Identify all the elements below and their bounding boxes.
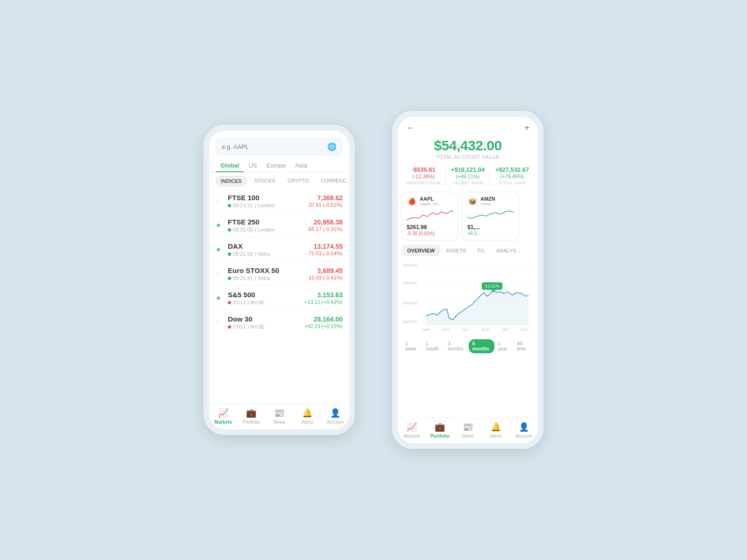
nav-item-markets[interactable]: 📈 Markets <box>400 422 423 439</box>
yearly-gain-pct: (+49.11%) <box>446 174 490 179</box>
search-input[interactable] <box>222 143 327 150</box>
nav-label-portfolio: Portfolio <box>430 434 449 439</box>
index-exchange: | Xetra <box>255 275 270 281</box>
nav-label-news: News <box>462 434 473 439</box>
stock-price: $261.98 <box>407 224 453 231</box>
region-tabs: Global US Europe Asia <box>209 159 349 172</box>
tab-assets[interactable]: ASSETS <box>440 245 472 256</box>
index-exchange: | Xetra <box>255 251 270 257</box>
stock-identity: AAPL Apple, Inc. <box>420 196 440 206</box>
stock-ticker: AAPL <box>420 196 440 202</box>
phones-container: 🌐 Global US Europe Asia INDICES STOCKS C… <box>204 111 543 449</box>
bottom-nav: 📈 Markets 💼 Portfolio 📰 News 🔔 Alerts 👤 <box>209 404 349 429</box>
svg-text:SEP: SEP <box>501 328 509 332</box>
add-button[interactable]: + <box>524 123 529 133</box>
tab-analysis[interactable]: ANALYS... <box>491 245 526 256</box>
monthly-gain: -$535.61 (-12.38%) MONTHLY GAIN <box>402 166 446 185</box>
right-phone-screen: ← + $54,432.00 TOTAL ACCOUNT VALUE -$535… <box>398 117 538 443</box>
table-row[interactable]: ★ S&5 500 27/11 | NYSE 3,153.63 +13.11 (… <box>216 286 343 310</box>
nav-item-alerts[interactable]: 🔔 Alerts <box>484 422 507 439</box>
index-info: FTSE 250 09:21:00 | London <box>228 218 307 232</box>
nav-item-news[interactable]: 📰 News <box>268 408 291 425</box>
cat-tab-crypto[interactable]: CRYPTO <box>283 176 313 186</box>
nav-item-markets[interactable]: 📈 Markets <box>211 408 235 425</box>
nav-item-portfolio[interactable]: 💼 Portfolio <box>240 408 263 425</box>
stock-change: -0.38 (0.02%) <box>407 231 453 236</box>
time-btn-alltime[interactable]: All time <box>513 339 534 353</box>
stock-ticker: AMZN <box>480 196 495 202</box>
index-meta: 09:21:00 | London <box>228 227 307 232</box>
index-price: 7,368.62 <box>307 194 343 202</box>
time-btn-6months[interactable]: 6 months <box>469 339 494 353</box>
time-btn-1month[interactable]: 1 month <box>422 339 444 353</box>
region-tab-global[interactable]: Global <box>216 159 244 172</box>
nav-item-account[interactable]: 👤 Account <box>324 408 347 425</box>
nav-item-account[interactable]: 👤 Account <box>512 422 536 439</box>
index-values: 3,689.45 -15.03 (-0.41%) <box>307 267 343 280</box>
svg-text:$40,000: $40,000 <box>403 320 417 324</box>
index-time: 09:21:00 <box>233 227 253 232</box>
region-tab-europe[interactable]: Europe <box>262 159 291 172</box>
tab-overview[interactable]: OVERVIEW <box>402 245 440 256</box>
index-change: -65.17 (-0.31%) <box>307 226 343 232</box>
star-icon[interactable]: ☆ <box>216 270 224 277</box>
stock-card-amzn[interactable]: 📦 AMZN Amaz... $1,... +0.3... <box>462 192 519 240</box>
status-dot <box>228 277 231 280</box>
nav-item-portfolio[interactable]: 💼 Portfolio <box>428 422 451 439</box>
svg-text:AUG: AUG <box>481 328 489 332</box>
yearly-gain-value: +$16,121.04 <box>446 166 490 173</box>
star-icon[interactable]: ☆ <box>216 197 224 204</box>
table-row[interactable]: ★ DAX 09:21:33 | Xetra 13,174.55 -71.03 … <box>216 238 343 262</box>
star-icon[interactable]: ★ <box>216 294 224 301</box>
index-meta: 27/11 | NYSE <box>228 300 304 305</box>
region-tab-us[interactable]: US <box>244 159 261 172</box>
star-icon[interactable]: ★ <box>216 222 224 229</box>
index-info: DAX 09:21:33 | Xetra <box>228 242 307 257</box>
svg-text:JUL: JUL <box>462 328 469 332</box>
index-info: FTSE 100 09:21:31 | London <box>228 194 307 208</box>
star-icon[interactable]: ☆ <box>216 319 224 326</box>
index-name: FTSE 250 <box>228 218 307 226</box>
svg-text:OCT: OCT <box>521 328 529 332</box>
table-row[interactable]: ★ FTSE 250 09:21:00 | London 20,958.38 -… <box>216 213 343 238</box>
index-exchange: | London <box>255 203 275 208</box>
index-values: 28,164.00 +42.23 (+0.15%) <box>304 315 343 329</box>
table-row[interactable]: ☆ Euro STOXX 50 09:21:41 | Xetra 3,689.4… <box>216 262 343 286</box>
nav-label-news: News <box>273 420 285 425</box>
nav-label-markets: Markets <box>214 420 232 425</box>
stock-identity: AMZN Amaz... <box>480 196 495 206</box>
svg-text:$50,000: $50,000 <box>403 301 417 305</box>
news-icon: 📰 <box>463 422 473 432</box>
nav-item-news[interactable]: 📰 News <box>456 422 479 439</box>
news-icon: 📰 <box>274 408 284 418</box>
mini-chart-amzn <box>467 208 514 222</box>
back-button[interactable]: ← <box>406 123 415 133</box>
time-btn-1week[interactable]: 1 week <box>402 339 422 353</box>
index-time: 27/11 <box>233 324 246 329</box>
nav-label-account: Account <box>515 434 532 439</box>
status-dot <box>228 325 231 329</box>
stock-change: +0.3... <box>467 231 514 236</box>
cat-tab-currency[interactable]: CURRENC... <box>316 176 349 186</box>
portfolio-icon: 💼 <box>435 422 445 432</box>
index-info: Dow 30 27/11 | NYSE <box>228 315 304 329</box>
index-info: S&5 500 27/11 | NYSE <box>228 291 304 305</box>
search-bar[interactable]: 🌐 <box>216 138 343 155</box>
yearly-gain: +$16,121.04 (+49.11%) YEARLY GAIN <box>446 166 490 185</box>
cat-tab-stocks[interactable]: STOCKS <box>250 176 280 186</box>
cat-tab-indices[interactable]: INDICES <box>216 176 247 186</box>
tab-pl[interactable]: P/L <box>472 245 491 256</box>
region-tab-asia[interactable]: Asia <box>290 159 311 172</box>
status-dot <box>228 252 231 256</box>
table-row[interactable]: ☆ FTSE 100 09:21:31 | London 7,368.62 -3… <box>216 189 343 213</box>
nav-item-alerts[interactable]: 🔔 Alerts <box>296 408 319 425</box>
stock-card-aapl[interactable]: 🍎 AAPL Apple, Inc. $261.98 -0.38 (0.02%) <box>402 192 458 240</box>
table-row[interactable]: ☆ Dow 30 27/11 | NYSE 28,164.00 +42.23 (… <box>216 310 343 334</box>
yearly-gain-label: YEARLY GAIN <box>446 181 490 185</box>
time-btn-1year[interactable]: 1 year <box>494 339 513 353</box>
time-btn-3months[interactable]: 3 months <box>444 339 469 353</box>
index-name: S&5 500 <box>228 291 304 299</box>
total-gain: +$27,532.67 (+79.45%) TOTAL GAIN <box>490 166 534 185</box>
alerts-icon: 🔔 <box>302 408 312 418</box>
star-icon[interactable]: ★ <box>216 246 224 253</box>
